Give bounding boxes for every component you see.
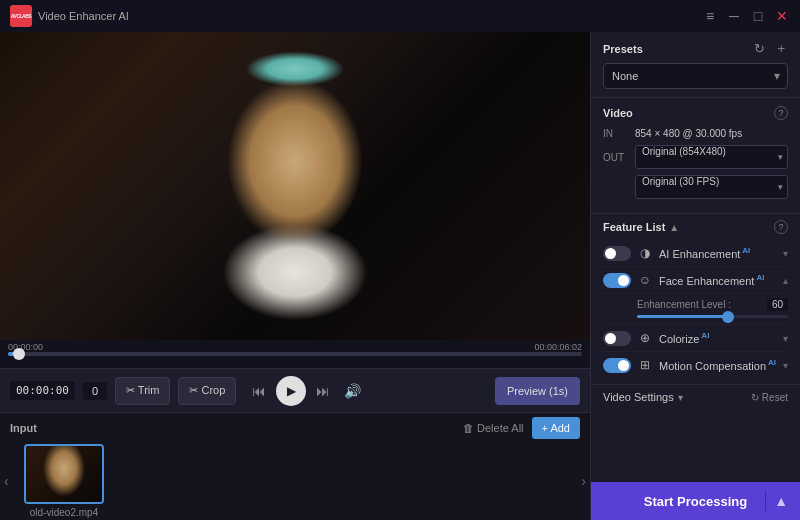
video-info-header: Video ? <box>603 106 788 120</box>
resolution-dropdown-wrapper: Original (854X480) <box>635 145 788 169</box>
film-filename: old-video2.mp4 <box>24 507 104 518</box>
feature-list-info-icon[interactable]: ? <box>774 220 788 234</box>
menu-button[interactable]: ≡ <box>702 8 718 24</box>
video-settings-chevron[interactable]: ▾ <box>678 392 683 403</box>
video-settings-label: Video Settings <box>603 391 674 403</box>
fps-dropdown-wrapper: Original (30 FPS) <box>635 175 788 199</box>
start-processing-button[interactable]: Start Processing ▲ <box>591 482 800 520</box>
start-processing-container: Start Processing ▲ <box>591 482 800 520</box>
feature-list-section: Feature List ▲ ? ◑ AI EnhancementAI ▾ <box>591 213 800 384</box>
face-enhancement-chevron[interactable]: ▴ <box>783 275 788 286</box>
current-time-display: 00:00:00 <box>10 381 75 400</box>
enhancement-level-label: Enhancement Level : <box>637 299 731 310</box>
motion-compensation-icon: ⊞ <box>637 357 653 373</box>
presets-header: Presets ↻ + <box>603 40 788 57</box>
motion-compensation-toggle[interactable] <box>603 358 631 373</box>
reset-button[interactable]: ↻ Reset <box>751 392 788 403</box>
film-thumb-image <box>26 446 102 502</box>
face-enhancement-icon: ☺ <box>637 272 653 288</box>
play-button[interactable]: ▶ <box>276 376 306 406</box>
colorize-name: ColorizeAI <box>659 331 777 345</box>
presets-dropdown-wrapper: None <box>603 63 788 89</box>
app-window: AVCLABS Video Enhancer AI ≡ ─ □ ✕ <box>0 0 800 520</box>
feature-list-title: Feature List <box>603 221 665 233</box>
filmstrip-prev-button[interactable]: ‹ <box>4 473 9 489</box>
input-actions: 🗑 Delete All + Add <box>463 417 580 439</box>
face-enhancement-name: Face EnhancementAI <box>659 273 777 287</box>
start-btn-divider <box>765 491 766 511</box>
prev-frame-button[interactable]: ⏮ <box>248 379 270 403</box>
feature-item-ai-enhancement: ◑ AI EnhancementAI ▾ <box>603 240 788 267</box>
delete-all-button[interactable]: 🗑 Delete All <box>463 422 523 434</box>
video-image <box>0 32 590 340</box>
title-bar: AVCLABS Video Enhancer AI ≡ ─ □ ✕ <box>0 0 800 32</box>
presets-add-button[interactable]: + <box>774 40 788 57</box>
right-panel: Export Presets ↻ + None <box>590 32 800 520</box>
motion-compensation-name: Motion CompensationAI <box>659 358 777 372</box>
colorize-icon: ⊕ <box>637 330 653 346</box>
out-label: OUT <box>603 152 627 163</box>
timeline-bar[interactable] <box>8 352 582 356</box>
enhancement-slider-thumb[interactable] <box>722 311 734 323</box>
feature-item-face-enhancement: ☺ Face EnhancementAI ▴ <box>603 267 788 294</box>
video-out-fps-row: Original (30 FPS) <box>603 175 788 199</box>
controls-bar: 00:00:00 0 ✂ Trim ✂ Crop ⏮ ▶ ⏭ 🔊 Preview… <box>0 368 590 412</box>
in-label: IN <box>603 128 627 139</box>
ai-enhancement-chevron[interactable]: ▾ <box>783 248 788 259</box>
window-controls: ≡ ─ □ ✕ <box>702 8 790 24</box>
colorize-chevron[interactable]: ▾ <box>783 333 788 344</box>
timeline-time-right: 00:00:06:02 <box>534 342 582 352</box>
ai-enhancement-toggle[interactable] <box>603 246 631 261</box>
crop-button[interactable]: ✂ Crop <box>178 377 236 405</box>
filmstrip-next-button[interactable]: › <box>581 473 586 489</box>
resolution-dropdown[interactable]: Original (854X480) <box>635 145 788 169</box>
in-value: 854 × 480 @ 30.000 fps <box>635 128 742 139</box>
feature-item-colorize: ⊕ ColorizeAI ▾ <box>603 325 788 352</box>
feature-list-chevron-up[interactable]: ▲ <box>669 222 679 233</box>
presets-refresh-button[interactable]: ↻ <box>751 40 768 57</box>
left-panel: 00:00:00 00:00:06:02 00:00:00 0 ✂ Trim ✂… <box>0 32 590 520</box>
video-settings-bar: Video Settings ▾ ↻ Reset <box>591 384 800 409</box>
filmstrip-area: ‹ old-video2.mp4 › <box>0 442 590 520</box>
maximize-button[interactable]: □ <box>750 8 766 24</box>
enhancement-level-value: 60 <box>767 298 788 311</box>
volume-button[interactable]: 🔊 <box>340 379 365 403</box>
colorize-toggle[interactable] <box>603 331 631 346</box>
start-btn-chevron-icon[interactable]: ▲ <box>774 493 788 509</box>
presets-section: Presets ↻ + None <box>591 32 800 97</box>
video-preview <box>0 32 590 340</box>
face-enhancement-toggle[interactable] <box>603 273 631 288</box>
trash-icon: 🗑 <box>463 422 474 434</box>
video-info-section: Video ? IN 854 × 480 @ 30.000 fps OUT Or… <box>591 97 800 213</box>
main-content: 00:00:00 00:00:06:02 00:00:00 0 ✂ Trim ✂… <box>0 32 800 520</box>
minimize-button[interactable]: ─ <box>726 8 742 24</box>
video-girl-overlay <box>0 32 590 340</box>
timeline-area: 00:00:00 00:00:06:02 <box>0 340 590 368</box>
app-title: Video Enhancer AI <box>38 10 129 22</box>
playback-controls: ⏮ ▶ ⏭ 🔊 <box>248 376 365 406</box>
timeline-thumb[interactable] <box>13 348 25 360</box>
feature-title-row: Feature List ▲ <box>603 221 679 233</box>
enhancement-slider-track[interactable] <box>637 315 788 318</box>
frame-display: 0 <box>83 382 107 400</box>
motion-compensation-chevron[interactable]: ▾ <box>783 360 788 371</box>
preview-button[interactable]: Preview (1s) <box>495 377 580 405</box>
add-button[interactable]: + Add <box>532 417 580 439</box>
logo-icon: AVCLABS <box>10 5 32 27</box>
presets-dropdown[interactable]: None <box>603 63 788 89</box>
video-in-row: IN 854 × 480 @ 30.000 fps <box>603 128 788 139</box>
ai-enhancement-name: AI EnhancementAI <box>659 246 777 260</box>
input-label: Input <box>10 422 37 434</box>
enhancement-level-row: Enhancement Level : 60 <box>637 298 788 311</box>
next-frame-button[interactable]: ⏭ <box>312 379 334 403</box>
video-info-title: Video <box>603 107 633 119</box>
video-info-icon[interactable]: ? <box>774 106 788 120</box>
video-settings-left: Video Settings ▾ <box>603 391 683 403</box>
film-thumbnail[interactable] <box>24 444 104 504</box>
fps-dropdown[interactable]: Original (30 FPS) <box>635 175 788 199</box>
presets-title: Presets <box>603 43 643 55</box>
enhancement-slider-fill <box>637 315 728 318</box>
close-button[interactable]: ✕ <box>774 8 790 24</box>
trim-button[interactable]: ✂ Trim <box>115 377 170 405</box>
input-bar: Input 🗑 Delete All + Add <box>0 412 590 442</box>
